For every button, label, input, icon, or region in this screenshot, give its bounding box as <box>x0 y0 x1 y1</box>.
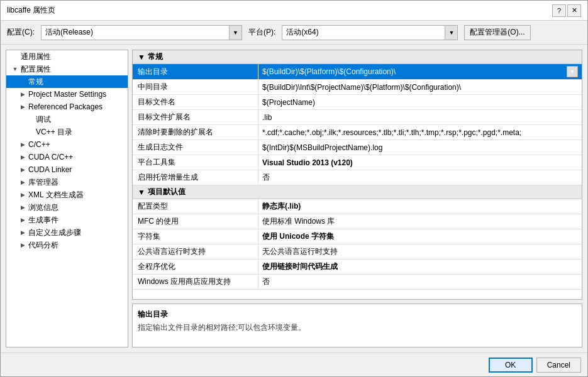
section-default-title: 项目默认值 <box>148 187 186 197</box>
general-rows: 输出目录$(BuildDir)\$(Platform)\$(Configurat… <box>133 64 582 185</box>
tree-item-lib-manager[interactable]: ▶库管理器 <box>6 176 128 188</box>
prop-name-4: 清除时要删除的扩展名 <box>133 125 258 139</box>
close-button[interactable]: ✕ <box>567 4 581 17</box>
prop-value-2: $(ProjectName) <box>258 95 582 109</box>
tree-label-lib-manager: 库管理器 <box>28 177 58 188</box>
prop-row-4[interactable]: 全程序优化使用链接时间代码生成 <box>133 260 582 275</box>
tree-item-cpp[interactable]: ▶C/C++ <box>6 138 128 151</box>
expand-icon-custom-build: ▶ <box>19 229 26 236</box>
prop-value-3: 无公共语言运行时支持 <box>258 244 582 259</box>
platform-label: 平台(P): <box>248 27 275 38</box>
cancel-button[interactable]: Cancel <box>536 358 581 373</box>
expand-icon-browse-info: ▶ <box>19 204 26 210</box>
properties-table: ▼ 常规 输出目录$(BuildDir)\$(Platform)\$(Confi… <box>132 50 582 300</box>
platform-dropdown[interactable]: 活动(x64) ▼ <box>282 25 458 40</box>
tree-item-custom-build[interactable]: ▶自定义生成步骤 <box>6 226 128 239</box>
right-panel: ▼ 常规 输出目录$(BuildDir)\$(Platform)\$(Confi… <box>132 50 582 347</box>
prop-row-6[interactable]: 平台工具集Visual Studio 2013 (v120) <box>133 155 582 170</box>
tree-label-code-analysis: 代码分析 <box>28 240 58 251</box>
prop-row-0[interactable]: 输出目录$(BuildDir)\$(Platform)\$(Configurat… <box>133 64 582 80</box>
tree-item-cuda-linker[interactable]: ▶CUDA Linker <box>6 163 128 176</box>
tree-item-config-props[interactable]: ▼配置属性 <box>6 63 128 75</box>
tree-item-referenced-packages[interactable]: ▶Referenced Packages <box>6 101 128 113</box>
prop-value-1: $(BuildDir)\Int\$(ProjectName)\$(Platfor… <box>258 80 582 94</box>
tree-label-cuda-cpp: CUDA C/C++ <box>28 153 73 161</box>
footer: OK Cancel <box>1 352 587 376</box>
config-dropdown[interactable]: 活动(Release) ▼ <box>41 25 242 40</box>
expand-icon-build-events: ▶ <box>19 217 26 223</box>
tree-item-browse-info[interactable]: ▶浏览信息 <box>6 201 128 214</box>
tree-label-vc-dirs: VC++ 目录 <box>36 127 72 138</box>
prop-row-7[interactable]: 启用托管增量生成否 <box>133 170 582 185</box>
tree-label-project-master: Project Master Settings <box>28 90 106 99</box>
section-default-header: ▼ 项目默认值 <box>133 185 582 199</box>
config-value: 活动(Release) <box>42 27 229 38</box>
expand-icon-project-master: ▶ <box>19 91 26 97</box>
tree-label-general: 常规 <box>28 77 43 87</box>
tree-item-vc-dirs[interactable]: VC++ 目录 <box>6 126 128 138</box>
prop-name-3: 目标文件扩展名 <box>133 110 258 124</box>
prop-value-0: $(BuildDir)\$(Platform)\$(Configuration)… <box>258 64 582 79</box>
prop-value-5: $(IntDir)$(MSBuildProjectName).log <box>258 140 582 155</box>
prop-value-6: Visual Studio 2013 (v120) <box>258 155 582 170</box>
tree-item-debug[interactable]: 调试 <box>6 113 128 126</box>
prop-value-2: 使用 Unicode 字符集 <box>258 229 582 244</box>
tree-item-project-master[interactable]: ▶Project Master Settings <box>6 88 128 101</box>
prop-name-2: 字符集 <box>133 229 258 244</box>
expand-icon-config-props: ▼ <box>11 66 19 72</box>
prop-row-1[interactable]: 中间目录$(BuildDir)\Int\$(ProjectName)\$(Pla… <box>133 80 582 95</box>
left-tree: 通用属性▼配置属性 常规▶Project Master Settings▶Ref… <box>6 50 128 347</box>
expand-icon-cuda-cpp: ▶ <box>19 154 26 160</box>
tree-label-general-props: 通用属性 <box>21 52 51 62</box>
prop-name-3: 公共语言运行时支持 <box>133 244 258 259</box>
expand-icon-referenced-packages: ▶ <box>19 104 26 110</box>
config-manager-button[interactable]: 配置管理器(O)... <box>464 25 530 40</box>
prop-name-4: 全程序优化 <box>133 260 258 274</box>
tree-label-cuda-linker: CUDA Linker <box>28 165 72 174</box>
prop-row-3[interactable]: 公共语言运行时支持无公共语言运行时支持 <box>133 244 582 260</box>
prop-row-5[interactable]: Windows 应用商店应用支持否 <box>133 275 582 290</box>
prop-row-2[interactable]: 字符集使用 Unicode 字符集 <box>133 229 582 244</box>
prop-name-6: 平台工具集 <box>133 155 258 170</box>
tree-label-referenced-packages: Referenced Packages <box>28 102 103 111</box>
prop-row-0[interactable]: 配置类型静态库(.lib) <box>133 199 582 214</box>
section-general-title: 常规 <box>148 52 163 62</box>
dialog-title: libcaffe 属性页 <box>7 5 55 16</box>
value-dropdown-btn-0[interactable]: ▼ <box>567 66 578 77</box>
tree-label-browse-info: 浏览信息 <box>28 202 58 213</box>
tree-label-xml-doc: XML 文档生成器 <box>28 190 84 200</box>
platform-value: 活动(x64) <box>282 27 445 38</box>
tree-item-cuda-cpp[interactable]: ▶CUDA C/C++ <box>6 151 128 163</box>
prop-name-0: 输出目录 <box>133 64 258 79</box>
tree-item-general-props[interactable]: 通用属性 <box>6 50 128 63</box>
title-bar: libcaffe 属性页 ? ✕ <box>1 1 587 21</box>
value-with-dropdown-0: $(BuildDir)\$(Platform)\$(Configuration)… <box>262 66 578 77</box>
tree-item-xml-doc[interactable]: ▶XML 文档生成器 <box>6 188 128 201</box>
tree-label-config-props: 配置属性 <box>21 64 51 75</box>
section-general-collapse[interactable]: ▼ <box>138 53 145 62</box>
prop-row-1[interactable]: MFC 的使用使用标准 Windows 库 <box>133 214 582 229</box>
tree-item-build-events[interactable]: ▶生成事件 <box>6 214 128 226</box>
ok-button[interactable]: OK <box>489 358 533 373</box>
tree-label-custom-build: 自定义生成步骤 <box>28 227 81 238</box>
tree-item-general[interactable]: 常规 <box>6 75 128 88</box>
prop-value-7: 否 <box>258 170 582 185</box>
description-panel: 输出目录 指定输出文件目录的相对路径;可以包含环境变量。 <box>132 303 582 347</box>
help-button[interactable]: ? <box>552 4 566 17</box>
expand-icon-lib-manager: ▶ <box>19 179 26 185</box>
prop-value-4: 使用链接时间代码生成 <box>258 260 582 274</box>
prop-row-5[interactable]: 生成日志文件$(IntDir)$(MSBuildProjectName).log <box>133 140 582 155</box>
prop-name-0: 配置类型 <box>133 199 258 214</box>
main-content: 通用属性▼配置属性 常规▶Project Master Settings▶Ref… <box>1 45 587 352</box>
prop-name-1: MFC 的使用 <box>133 214 258 229</box>
prop-row-2[interactable]: 目标文件名$(ProjectName) <box>133 95 582 110</box>
tree-item-code-analysis[interactable]: ▶代码分析 <box>6 239 128 251</box>
prop-row-3[interactable]: 目标文件扩展名.lib <box>133 110 582 125</box>
expand-icon-code-analysis: ▶ <box>19 242 26 248</box>
tree-label-debug: 调试 <box>36 114 51 125</box>
prop-name-5: 生成日志文件 <box>133 140 258 155</box>
section-default-collapse[interactable]: ▼ <box>138 188 145 197</box>
desc-title: 输出目录 <box>138 309 577 320</box>
expand-icon-xml-doc: ▶ <box>19 192 26 198</box>
prop-row-4[interactable]: 清除时要删除的扩展名*.cdf;*.cache;*.obj;*.ilk;*.re… <box>133 125 582 140</box>
